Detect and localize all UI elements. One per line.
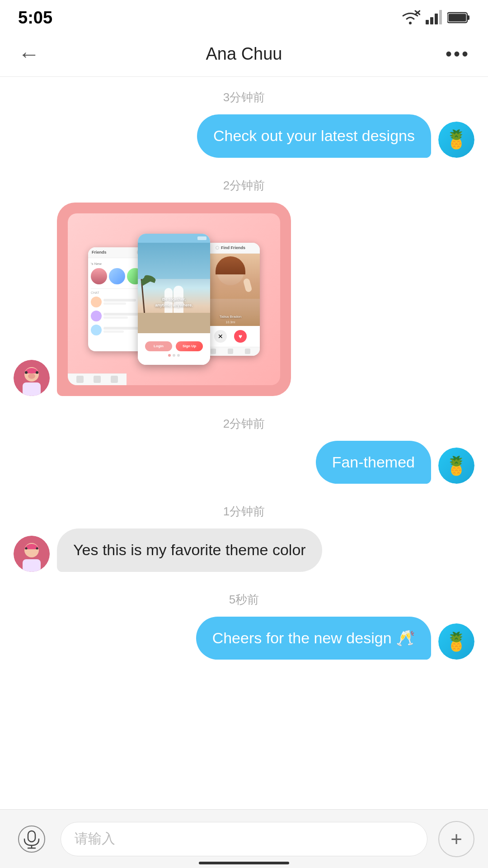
status-icons bbox=[400, 10, 470, 25]
timestamp-3: 2分钟前 bbox=[14, 403, 474, 441]
received-bubble-favorite: Yes this is my favorite theme color bbox=[57, 528, 322, 572]
svg-rect-9 bbox=[449, 14, 466, 22]
design-mockup-image: Friends 's New bbox=[68, 213, 280, 385]
battery-icon bbox=[447, 11, 470, 24]
svg-rect-13 bbox=[23, 382, 41, 396]
svg-rect-18 bbox=[23, 559, 41, 572]
timestamp-2: 2分钟前 bbox=[14, 165, 474, 203]
timestamp-5: 5秒前 bbox=[14, 579, 474, 617]
girl-avatar-svg-2 bbox=[14, 536, 50, 572]
status-time: 5:05 bbox=[18, 8, 52, 28]
avatar-received-2 bbox=[14, 536, 50, 572]
mic-button[interactable] bbox=[14, 821, 50, 857]
message-input[interactable]: 请输入 bbox=[61, 822, 427, 856]
signal-icon bbox=[426, 10, 442, 25]
mic-icon bbox=[18, 826, 45, 853]
svg-point-15 bbox=[36, 371, 38, 374]
svg-rect-4 bbox=[430, 17, 433, 24]
svg-rect-22 bbox=[28, 831, 35, 842]
svg-point-0 bbox=[409, 22, 412, 24]
avatar-received bbox=[14, 360, 50, 396]
timestamp-1: 3分钟前 bbox=[14, 77, 474, 114]
avatar-girl-2 bbox=[14, 536, 50, 572]
avatar-girl-image bbox=[14, 360, 50, 396]
input-area: 请输入 + bbox=[0, 809, 488, 868]
avatar-pineapple-2: 🍍 bbox=[438, 448, 474, 484]
avatar-pineapple-image: 🍍 bbox=[438, 122, 474, 158]
svg-point-20 bbox=[36, 547, 38, 549]
image-message-bubble: Friends 's New bbox=[57, 203, 291, 396]
svg-point-12 bbox=[28, 373, 35, 379]
more-options-button[interactable]: ••• bbox=[434, 44, 470, 64]
status-bar: 5:05 bbox=[0, 0, 488, 32]
wifi-icon bbox=[400, 10, 420, 25]
chat-title: Ana Chuu bbox=[54, 44, 434, 64]
message-row-favorite: Yes this is my favorite theme color bbox=[14, 528, 474, 572]
add-button[interactable]: + bbox=[438, 821, 474, 857]
back-button[interactable]: ← bbox=[18, 42, 54, 66]
message-row-image: Friends 's New bbox=[14, 203, 474, 396]
svg-rect-3 bbox=[426, 20, 429, 24]
message-row-cheers: Cheers for the new design 🥂 🍍 bbox=[14, 617, 474, 660]
header: ← Ana Chuu ••• bbox=[0, 32, 488, 77]
girl-avatar-svg bbox=[14, 360, 50, 396]
avatar-sent: 🍍 bbox=[438, 122, 474, 158]
add-icon: + bbox=[450, 828, 462, 850]
message-row-fan: Fan-themed 🍍 bbox=[14, 441, 474, 484]
input-placeholder: 请输入 bbox=[75, 830, 115, 848]
sent-bubble: Check out your latest designs bbox=[197, 114, 431, 158]
svg-point-19 bbox=[25, 547, 28, 549]
svg-rect-5 bbox=[435, 14, 438, 24]
svg-point-14 bbox=[25, 371, 28, 374]
home-indicator bbox=[199, 862, 289, 864]
chat-area: 3分钟前 Check out your latest designs 🍍 2分钟… bbox=[0, 77, 488, 809]
timestamp-4: 1分钟前 bbox=[14, 491, 474, 528]
svg-rect-6 bbox=[439, 10, 442, 24]
avatar-pineapple-3: 🍍 bbox=[438, 623, 474, 660]
avatar-sent-3: 🍍 bbox=[438, 623, 474, 660]
avatar-sent-2: 🍍 bbox=[438, 448, 474, 484]
center-phone-screen: Be together,anytime, anywhere. Login Sig… bbox=[138, 234, 210, 365]
svg-rect-8 bbox=[467, 15, 469, 20]
message-row: Check out your latest designs 🍍 bbox=[14, 114, 474, 158]
sent-bubble-fan: Fan-themed bbox=[316, 441, 431, 484]
sent-bubble-cheers: Cheers for the new design 🥂 bbox=[196, 617, 431, 660]
